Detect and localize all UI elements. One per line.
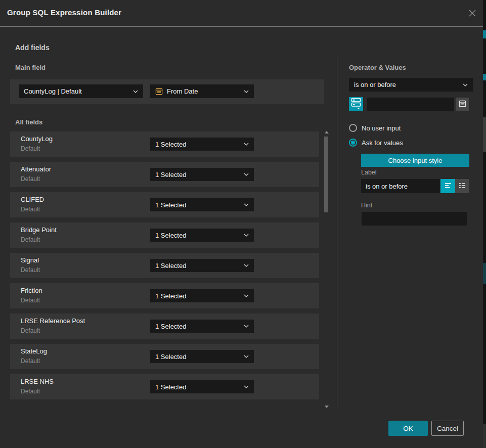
add-fields-heading: Add fields — [15, 43, 50, 52]
field-selected-dropdown[interactable]: 1 Selected — [150, 259, 254, 272]
choose-input-style-button[interactable]: Choose input style — [361, 154, 469, 167]
operator-dropdown[interactable]: is on or before — [349, 78, 473, 92]
main-field-dropdown-value: From Date — [167, 87, 198, 95]
field-selected-dropdown[interactable]: 1 Selected — [150, 198, 254, 211]
chevron-down-icon — [244, 264, 249, 267]
field-subtitle: Default — [21, 357, 40, 365]
scroll-down-arrow-icon[interactable] — [325, 406, 329, 408]
operator-values-heading: Operator & Values — [349, 64, 406, 71]
operator-dropdown-value: is on or before — [354, 81, 396, 88]
field-name: Signal — [21, 256, 39, 264]
field-subtitle: Default — [21, 297, 40, 304]
radio-ask-for-values-label[interactable]: Ask for values — [362, 139, 403, 147]
bullet-list-icon — [458, 182, 466, 191]
radio-ask-for-values[interactable] — [349, 139, 357, 147]
chevron-down-icon — [244, 143, 249, 146]
field-name: StateLog — [21, 347, 47, 355]
field-subtitle: Default — [21, 388, 40, 395]
main-field-heading: Main field — [15, 64, 46, 71]
chevron-down-icon — [244, 203, 249, 206]
dialog-title: Group SQL Expression Builder — [7, 8, 121, 17]
edge-strip-segment — [483, 263, 486, 284]
field-subtitle: Default — [21, 266, 40, 274]
chevron-down-icon — [244, 90, 249, 93]
field-name: Friction — [21, 287, 42, 294]
scroll-up-arrow-icon[interactable] — [325, 131, 329, 133]
group-sql-expression-builder-dialog: Group SQL Expression Builder Add fields … — [0, 0, 486, 448]
align-left-icon — [444, 182, 452, 191]
field-subtitle: Default — [21, 206, 40, 213]
field-selected-dropdown[interactable]: 1 Selected — [150, 380, 254, 393]
close-button[interactable] — [466, 7, 479, 20]
hint-input[interactable] — [362, 212, 467, 226]
field-row-clifed: CLIFED Default 1 Selected — [10, 192, 319, 217]
cancel-button[interactable]: Cancel — [431, 421, 464, 436]
label-input[interactable] — [361, 179, 440, 193]
list-scrollbar[interactable] — [324, 130, 330, 409]
field-selected-value: 1 Selected — [155, 353, 186, 361]
field-row-lrse-reference-post: LRSE Reference Post Default 1 Selected — [10, 313, 319, 339]
edge-strip-segment — [483, 30, 486, 38]
unique-values-list-button[interactable] — [349, 97, 363, 111]
field-row-bridge-point: Bridge Point Default 1 Selected — [10, 222, 319, 248]
field-selected-value: 1 Selected — [155, 383, 186, 391]
field-selected-dropdown[interactable]: 1 Selected — [150, 168, 254, 181]
all-fields-heading: All fields — [15, 118, 42, 126]
field-name: CLIFED — [21, 196, 44, 203]
chevron-down-icon — [463, 83, 468, 86]
date-field-icon — [155, 87, 163, 95]
radio-no-user-input[interactable] — [349, 124, 357, 132]
field-selected-dropdown[interactable]: 1 Selected — [150, 320, 254, 333]
main-field-dropdown[interactable]: From Date — [150, 84, 254, 98]
field-subtitle: Default — [21, 236, 40, 243]
main-field-bar: CountyLog | Default From Date — [10, 79, 324, 104]
unique-values-list-icon — [350, 97, 362, 111]
chevron-down-icon — [244, 173, 249, 176]
field-selected-value: 1 Selected — [155, 262, 186, 270]
chevron-down-icon — [244, 294, 249, 297]
edge-strip-segment — [483, 74, 486, 80]
field-selected-value: 1 Selected — [155, 201, 186, 209]
field-selected-dropdown[interactable]: 1 Selected — [150, 289, 254, 302]
field-selected-value: 1 Selected — [155, 323, 186, 330]
panel-divider — [337, 57, 337, 410]
field-selected-dropdown[interactable]: 1 Selected — [150, 229, 254, 242]
ok-button[interactable]: OK — [388, 421, 428, 436]
chevron-down-icon — [244, 385, 249, 388]
field-selected-value: 1 Selected — [155, 292, 186, 300]
field-name: LRSE NHS — [21, 378, 54, 385]
field-name: Bridge Point — [21, 226, 57, 234]
edge-strip-segment — [483, 424, 486, 448]
field-selected-dropdown[interactable]: 1 Selected — [150, 350, 254, 363]
main-layer-dropdown[interactable]: CountyLog | Default — [19, 84, 143, 98]
calendar-icon — [459, 100, 466, 109]
hint-field-label: Hint — [361, 202, 372, 209]
field-subtitle: Default — [21, 145, 40, 152]
field-subtitle: Default — [21, 175, 40, 183]
field-row-friction: Friction Default 1 Selected — [10, 283, 319, 308]
chevron-down-icon — [244, 355, 249, 358]
input-style-text-button[interactable] — [440, 179, 455, 193]
edge-strip-segment — [483, 117, 486, 152]
label-field-label: Label — [361, 169, 377, 176]
chevron-down-icon — [244, 234, 249, 237]
field-name: CountyLog — [21, 135, 53, 143]
field-selected-value: 1 Selected — [155, 232, 186, 239]
date-picker-button[interactable] — [456, 98, 469, 111]
chevron-down-icon — [244, 325, 249, 328]
scrollbar-thumb[interactable] — [324, 137, 328, 212]
field-name: Attenuator — [21, 165, 51, 173]
field-row-countylog: CountyLog Default 1 Selected — [10, 131, 319, 157]
field-row-statelog: StateLog Default 1 Selected — [10, 344, 319, 369]
field-selected-value: 1 Selected — [155, 171, 186, 178]
value-date-input[interactable] — [367, 98, 454, 111]
radio-no-user-input-label[interactable]: No user input — [362, 124, 401, 132]
field-selected-value: 1 Selected — [155, 141, 186, 148]
field-selected-dropdown[interactable]: 1 Selected — [150, 138, 254, 151]
close-icon — [468, 9, 477, 19]
input-style-list-button[interactable] — [455, 179, 469, 193]
field-row-attenuator: Attenuator Default 1 Selected — [10, 162, 319, 187]
screen-edge-strip — [483, 0, 486, 448]
title-bar: Group SQL Expression Builder — [0, 0, 483, 27]
field-row-lrse-nhs: LRSE NHS Default 1 Selected — [10, 374, 319, 399]
